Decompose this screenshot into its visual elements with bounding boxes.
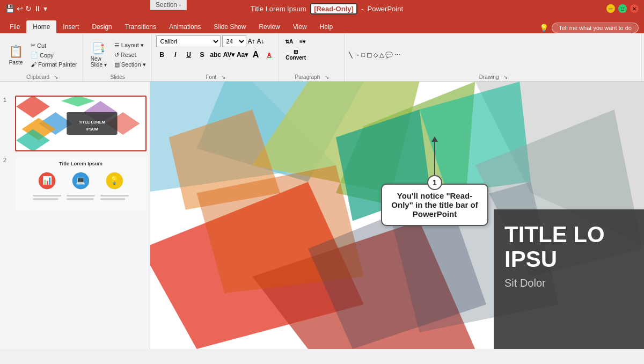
slide-panel: Section - 1 [0,82,150,349]
font-color-btn2[interactable]: A [264,49,275,61]
paste-button[interactable]: 📋 Paste [5,42,26,68]
para-row2: ⊞ Convert [290,49,302,61]
lightbulb-icon: 💡 [539,24,548,32]
tab-view[interactable]: View [287,20,313,33]
slide-number-2: 2 [3,156,11,163]
paragraph-label: Paragraph ↘ [295,74,329,81]
svg-rect-19 [33,195,61,196]
callout-annotation: 1 You'll notice "Read-Only" in the title… [381,141,488,226]
svg-text:IPSUM: IPSUM [86,127,98,132]
drawing-label: Drawing ↘ [479,74,508,81]
svg-text:💻: 💻 [76,176,86,185]
font-increase-icon[interactable]: A↑ [248,38,255,45]
new-slide-icon: 📑 [92,42,105,55]
copy-button[interactable]: 📄 Copy [28,50,79,60]
font-color-button[interactable]: AV▾ [223,49,235,61]
tab-insert[interactable]: Insert [56,20,85,33]
svg-text:Title Lorem Ipsum: Title Lorem Ipsum [59,161,103,166]
undo-icon[interactable]: ↩ [17,4,23,13]
line-tool[interactable]: ╲ [349,52,353,59]
app-name: PowerPoint [368,5,403,13]
section-button[interactable]: ▤ Section ▾ [112,60,148,69]
read-only-badge: [Read-Only] [310,3,357,14]
slide-item-2[interactable]: 2 Title Lorem Ipsum 📊 💻 💡 [3,156,147,212]
clipboard-content: 📋 Paste ✂ Cut 📄 Copy 🖌 Format Painter [5,35,79,74]
callout-number: 1 [427,175,442,190]
restore-button[interactable]: □ [618,4,627,13]
para-row1: ⇅A ≡▾ [283,35,309,47]
layout-button[interactable]: ☰ Layout ▾ [112,41,148,50]
format-buttons-row: B I U S abc AV▾ Aa▾ A A [156,49,275,61]
font-content: Calibri 24 A↑ A↓ B I U S abc AV▾ Aa▾ A A [156,35,275,74]
shadow-button[interactable]: abc [210,49,222,61]
tab-design[interactable]: Design [85,20,118,33]
reset-button[interactable]: ↺ Reset [112,50,148,60]
slide-thumb-1[interactable]: TITLE LOREM IPSUM [15,96,147,151]
rounded-rect-tool[interactable]: ▢ [367,52,372,59]
callout-text: You'll notice "Read-Only" in the title b… [391,191,478,219]
tab-home[interactable]: Home [26,20,56,33]
svg-rect-20 [33,198,58,200]
ribbon: 📋 Paste ✂ Cut 📄 Copy 🖌 Format Painter Cl… [0,33,644,82]
slides-col: ☰ Layout ▾ ↺ Reset ▤ Section ▾ [112,41,148,69]
close-button[interactable]: ✕ [630,4,639,13]
tab-animations[interactable]: Animations [163,20,207,33]
dropdown-icon[interactable]: ▾ [43,4,47,13]
char-spacing-button[interactable]: Aa▾ [237,49,248,61]
slides-content: 📑 NewSlide ▾ ☰ Layout ▾ ↺ Reset ▤ Sectio… [87,35,148,74]
format-painter-button[interactable]: 🖌 Format Painter [28,60,79,69]
arrow-tool[interactable]: → [354,52,360,58]
redo-icon[interactable]: ↻ [25,4,32,13]
tell-me-input[interactable]: Tell me what you want to do [552,23,639,33]
diamond-tool[interactable]: ◇ [374,52,378,59]
svg-rect-24 [100,198,125,200]
new-slide-button[interactable]: 📑 NewSlide ▾ [87,40,110,70]
format-painter-icon: 🖌 [31,61,36,68]
slide-item-1[interactable]: 1 [3,96,147,151]
svg-rect-22 [67,198,93,200]
font-size-btn2[interactable]: A [250,49,262,61]
callout-tool[interactable]: 💬 [385,52,393,59]
tab-slideshow[interactable]: Slide Show [207,20,252,33]
triangle-tool[interactable]: △ [379,52,384,59]
underline-button[interactable]: U [183,49,195,61]
font-decrease-icon[interactable]: A↓ [257,38,265,45]
slide-thumb-2[interactable]: Title Lorem Ipsum 📊 💻 💡 [15,156,147,212]
svg-rect-21 [67,195,94,196]
drawing-content: ╲ → □ ▢ ◇ △ 💬 ⋯ [349,35,401,74]
tab-help[interactable]: Help [313,20,340,33]
align-text-button[interactable]: ≡▾ [297,35,309,47]
text-direction-button[interactable]: ⇅A [283,35,295,47]
clipboard-group: 📋 Paste ✂ Cut 📄 Copy 🖌 Format Painter Cl… [2,33,83,81]
font-size-select[interactable]: 24 [222,35,246,47]
tab-file[interactable]: File [3,20,26,33]
window-controls: 💾 ↩ ↻ ⏸ ▾ [5,4,47,13]
paragraph-content: ⇅A ≡▾ ⊞ Convert [283,35,309,74]
tab-transitions[interactable]: Transitions [119,20,163,33]
more-shapes-tool[interactable]: ⋯ [394,52,400,59]
slides-list: 1 [3,96,147,212]
strikethrough-button[interactable]: S [196,49,208,61]
font-family-select[interactable]: Calibri [156,35,221,47]
rect-tool[interactable]: □ [362,52,365,58]
slide-main-subtitle: Sit Dolor [504,277,633,289]
title-text: Title Lorem Ipsum [Read-Only] - PowerPoi… [47,5,606,13]
document-title: Title Lorem Ipsum [251,5,306,13]
minimize-button[interactable]: ─ [606,4,615,13]
bold-button[interactable]: B [156,49,168,61]
repeat-icon[interactable]: ⏸ [34,4,41,13]
svg-text:TITLE LOREM: TITLE LOREM [79,120,105,125]
font-label: Font ↘ [206,74,225,81]
main-area: Section - 1 [0,82,644,349]
italic-button[interactable]: I [170,49,181,61]
cut-button[interactable]: ✂ Cut [28,41,79,50]
slide-main-title: TITLE LOIPSU [504,222,633,272]
convert-smartart-button[interactable]: ⊞ Convert [290,49,302,61]
paragraph-group: ⇅A ≡▾ ⊞ Convert Paragraph ↘ [280,33,345,81]
tab-review[interactable]: Review [252,20,286,33]
slides-label: Slides [111,74,125,81]
callout-box: 1 You'll notice "Read-Only" in the title… [381,184,488,226]
copy-icon: 📄 [31,52,38,59]
save-icon[interactable]: 💾 [5,4,14,13]
svg-text:📊: 📊 [42,176,53,185]
